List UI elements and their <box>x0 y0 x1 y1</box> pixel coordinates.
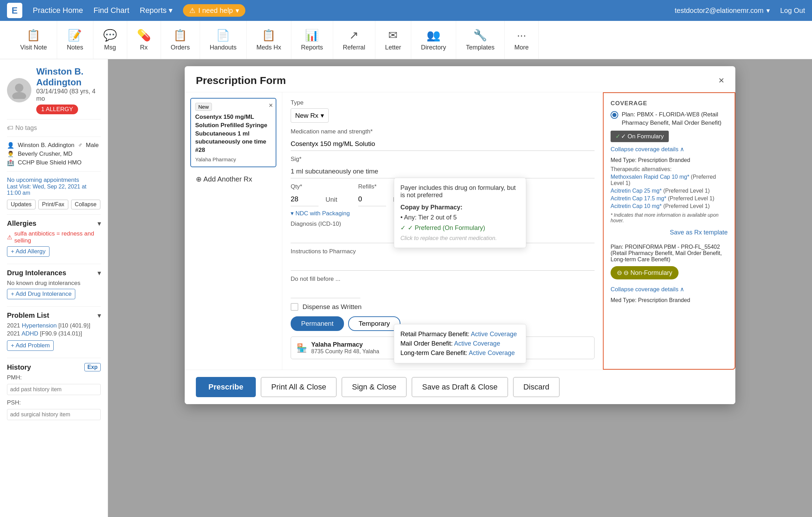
history-section-header[interactable]: History Exp <box>7 363 101 371</box>
prescription-modal: Prescription Form × New × Cosentyx 150 m… <box>185 66 735 404</box>
sign-close-button[interactable]: Sign & Close <box>342 377 407 397</box>
dispense-checkbox[interactable] <box>291 303 298 311</box>
toolbar-more-label: More <box>514 44 529 51</box>
orders-icon: 📋 <box>173 29 187 42</box>
letter-icon: ✉ <box>388 29 398 42</box>
type-group: Type New Rx ▾ <box>291 99 329 123</box>
on-formulary-badge[interactable]: ✓ ✓ On Formulary <box>611 131 669 142</box>
toolbar-referral[interactable]: ↗ Referral <box>333 21 375 59</box>
psh-label: PSH: <box>7 399 101 406</box>
toolbar-meds-hx-label: Meds Hx <box>256 44 281 51</box>
allergies-section-header[interactable]: Allergies ▾ <box>7 219 101 227</box>
modal-header: Prescription Form × <box>185 66 735 92</box>
toolbar-visit-note[interactable]: 📋 Visit Note <box>10 21 57 59</box>
toolbar-reports-label: Reports <box>301 44 323 51</box>
rx-card-close-button[interactable]: × <box>269 101 273 109</box>
qty-input[interactable] <box>291 192 319 206</box>
plan-1-radio[interactable] <box>611 111 618 119</box>
toolbar-templates[interactable]: 🔧 Templates <box>456 21 505 59</box>
nav-reports[interactable]: Reports ▾ <box>140 6 173 15</box>
toolbar-directory[interactable]: 👥 Directory <box>411 21 456 59</box>
sidebar: Winston B. Addington 03/14/1940 (83 yrs,… <box>0 59 108 517</box>
temporary-button[interactable]: Temporary <box>348 316 400 331</box>
therapeutic-item-2[interactable]: Acitretin Cap 17.5 mg* (Preferred Level … <box>611 195 728 202</box>
toolbar-more[interactable]: ··· More <box>505 21 539 59</box>
profile-link-collapse[interactable]: Collapse <box>71 200 100 209</box>
svg-point-1 <box>12 92 26 99</box>
type-select[interactable]: New Rx ▾ <box>291 108 329 123</box>
preferred-label: ✓ ✓ Preferred (On Formulary) <box>400 224 520 232</box>
pharmacy-icon: 🏪 <box>297 343 307 353</box>
modal-overlay: Prescription Form × New × Cosentyx 150 m… <box>108 59 812 517</box>
nav-practice-home[interactable]: Practice Home <box>33 6 83 15</box>
sig-label: Sig* <box>291 156 595 163</box>
add-problem-button[interactable]: + Add Problem <box>7 340 54 351</box>
toolbar-reports[interactable]: 📊 Reports <box>291 21 333 59</box>
prescribe-button[interactable]: Prescribe <box>196 377 256 397</box>
fill-date-input[interactable] <box>291 285 360 298</box>
handouts-icon: 📄 <box>216 29 230 42</box>
toolbar-meds-hx[interactable]: 📋 Meds Hx <box>247 21 291 59</box>
print-all-close-button[interactable]: Print All & Close <box>261 377 337 397</box>
save-rx-template-button[interactable]: Save as Rx template <box>611 226 728 239</box>
instructions-input[interactable] <box>291 257 595 271</box>
plan-1-name: Plan: PBMX - FLORIDA-WE8 (Retail Pharmac… <box>622 110 728 127</box>
type-row: Type New Rx ▾ <box>291 99 595 123</box>
discard-button[interactable]: Discard <box>513 377 560 397</box>
coverage-benefits-tooltip: Retail Pharmacy Benefit: Active Coverage… <box>394 324 526 363</box>
toolbar-visit-note-label: Visit Note <box>20 44 47 51</box>
therapeutic-item-0[interactable]: Methoxsalen Rapid Cap 10 mg* (Preferred … <box>611 174 728 186</box>
collapse-coverage-link-1[interactable]: Collapse coverage details ∧ <box>611 146 728 153</box>
toolbar-msg[interactable]: 💬 Msg <box>93 21 127 59</box>
history-expand[interactable]: Exp <box>84 363 101 371</box>
therapeutic-item-3[interactable]: Acitretin Cap 10 mg* (Preferred Level 1) <box>611 203 728 209</box>
last-visit: Last Visit: Wed, Sep 22, 2021 at 11:00 a… <box>7 184 101 196</box>
pharmacy-address: 8735 County Rd 48, Yalaha <box>311 348 379 355</box>
tier-text: • Any: Tier 2 out of 5 <box>400 214 520 221</box>
nav-find-chart[interactable]: Find Chart <box>93 6 129 15</box>
psh-input[interactable] <box>7 409 101 420</box>
pmh-input[interactable] <box>7 384 101 395</box>
toolbar-templates-label: Templates <box>466 44 495 51</box>
add-another-rx-button[interactable]: ⊕ Add Another Rx <box>190 170 258 188</box>
permanent-button[interactable]: Permanent <box>291 316 344 331</box>
allergy-badge[interactable]: 1 ALLERGY <box>36 105 78 114</box>
medication-input[interactable] <box>291 137 595 151</box>
unit-label: Unit <box>325 196 337 203</box>
no-drug-intolerances: No known drug intolerances <box>7 280 101 287</box>
patient-dob: 03/14/1940 (83 yrs, 4 mo <box>36 88 101 102</box>
tooltip-click-text: Click to replace the current medication. <box>400 235 520 241</box>
toolbar-notes[interactable]: 📝 Notes <box>57 21 93 59</box>
profile-link-printfax[interactable]: Print/Fax <box>38 200 68 209</box>
profile-links: Updates Print/Fax Collapse <box>7 200 101 209</box>
drug-intolerance-section-header[interactable]: Drug Intolerances ▾ <box>7 269 101 277</box>
logout-button[interactable]: Log Out <box>780 7 805 15</box>
help-button[interactable]: ⚠ I need help ▾ <box>183 4 245 17</box>
medication-label: Medication name and strength* <box>291 128 595 135</box>
mail-row: Mail Order Benefit: Active Coverage <box>400 340 520 347</box>
save-draft-close-button[interactable]: Save as Draft & Close <box>412 377 508 397</box>
footnote: * Indicates that more information is ava… <box>611 212 728 223</box>
therapeutic-item-1[interactable]: Acitretin Cap 25 mg* (Preferred Level 1) <box>611 188 728 194</box>
add-allergy-button[interactable]: + Add Allergy <box>7 246 49 257</box>
profile-link-updates[interactable]: Updates <box>7 200 36 209</box>
rx-pharmacy: Yalaha Pharmacy <box>195 156 271 162</box>
med-type-1: Med Type: Prescription Branded <box>611 157 728 163</box>
toolbar-handouts[interactable]: 📄 Handouts <box>200 21 247 59</box>
toolbar-directory-label: Directory <box>421 44 446 51</box>
toolbar-orders-label: Orders <box>171 44 190 51</box>
svg-point-0 <box>15 84 23 92</box>
collapse-coverage-link-2[interactable]: Collapse coverage details ∧ <box>611 286 728 293</box>
coverage-title: COVERAGE <box>611 100 728 107</box>
add-drug-intolerance-button[interactable]: + Add Drug Intolerance <box>7 289 75 299</box>
modal-footer: Prescribe Print All & Close Sign & Close… <box>185 370 735 404</box>
toolbar-letter[interactable]: ✉ Letter <box>375 21 411 59</box>
modal-close-button[interactable]: × <box>719 75 724 86</box>
refills-input[interactable] <box>358 192 386 206</box>
problem-list-section-header[interactable]: Problem List ▾ <box>7 311 101 319</box>
instructions-label: Instructions to Pharmacy <box>291 248 595 255</box>
dispense-row: Dispense as Written <box>291 303 595 311</box>
toolbar-orders[interactable]: 📋 Orders <box>161 21 200 59</box>
toolbar-rx[interactable]: 💊 Rx <box>127 21 161 59</box>
visit-note-icon: 📋 <box>26 29 40 42</box>
